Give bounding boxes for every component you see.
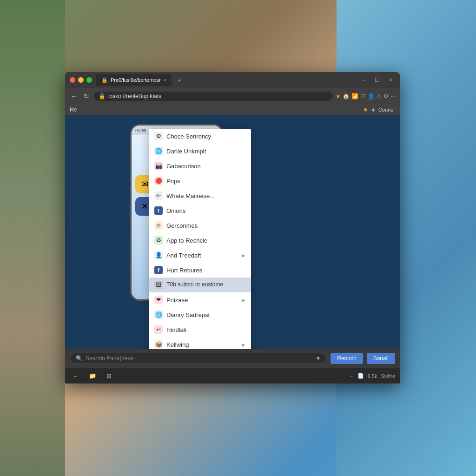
menu-item-kellwing[interactable]: 📦 Kellwing ▶ [149, 337, 251, 349]
bookmark-label: Counor [378, 107, 395, 112]
search-placeholder: Seartrin Paoe(deos [86, 355, 133, 362]
menu-item-gabacurison[interactable]: 📷 Gabacurison [149, 159, 251, 173]
maximize-button[interactable]: ☐ [372, 76, 383, 84]
prips-icon: 🔴 [154, 177, 163, 185]
dropdown-menu: ⚙ Choce Senrency 🌐 Darile Unkmpit 📷 Gaba… [149, 129, 251, 349]
home-icon[interactable]: 🏠 [343, 93, 350, 99]
tab-close-button[interactable]: × [164, 78, 166, 83]
choce-senrency-label: Choce Senrency [166, 133, 245, 140]
menu-item-choce-senrency[interactable]: ⚙ Choce Senrency [149, 129, 251, 144]
menu-item-hindlali[interactable]: ↩ Hindlali [149, 322, 251, 337]
back-button[interactable]: ← [69, 92, 79, 101]
hurt-label: Hurt Rebures [166, 267, 245, 274]
menu-item-dianry-sadrépst[interactable]: 🌐 Dianry Sadrépst [149, 307, 251, 322]
onions-label: Onions [166, 207, 245, 214]
taskbar-file-icon: 📄 [357, 373, 364, 379]
tob-label: T0b suitnol or eustome [166, 281, 245, 289]
tl-close[interactable] [70, 77, 75, 83]
gerconmes-icon: ⊙ [154, 221, 163, 230]
search-dropdown-icon[interactable]: ▼ [315, 355, 321, 362]
prips-label: Prips [166, 178, 245, 185]
rechcle-icon: ♻ [154, 236, 163, 245]
bookmark-star-icon[interactable]: ★ [336, 93, 341, 99]
search-icon: 🔍 [76, 355, 83, 362]
taskbar-folder-icon[interactable]: 📁 [86, 371, 99, 380]
dianry-icon: 🌐 [154, 311, 163, 319]
priizase-icon: ❤ [154, 296, 163, 304]
priizase-arrow: ▶ [242, 298, 245, 303]
menu-item-app-to-rechcle[interactable]: ♻ App to Rechcle [149, 233, 251, 248]
choce-senrency-icon: ⚙ [154, 132, 163, 140]
priizase-label: Priizase [166, 297, 238, 304]
bottom-bar: 🔍 Seartrin Paoe(deos ▼ Renoch Sanall [65, 349, 400, 368]
browser-content: Rules 16'6 Houle 9:01 ✉ 🌐 📱 ✕ 📸 ⚙ Choce … [65, 115, 400, 349]
whate-label: Whate Maiireise... [166, 192, 245, 199]
kellwing-arrow: ▶ [242, 342, 245, 347]
menu-item-whate-maiireise[interactable]: ✏ Whate Maiireise... [149, 188, 251, 203]
treedaft-icon: 👤 [154, 251, 163, 259]
bg-left [0, 0, 65, 476]
menu-item-hurt-rebures[interactable]: f Hurt Rebures [149, 263, 251, 278]
title-bar: 🔒 Pre0/lusl6e/bortemosr × + – ☐ × [65, 72, 400, 88]
hurt-icon: f [154, 266, 163, 274]
tab-label: Pre0/lusl6e/bortemosr [111, 77, 161, 83]
wifi-icon: 📶 [351, 93, 358, 99]
bookmark-star: ★ [363, 106, 368, 113]
menu-item-and-treedaft[interactable]: 👤 And Treedaft ▶ [149, 248, 251, 263]
menu-item-tob-suitno[interactable]: 🖼 T0b suitnol or eustome [149, 278, 251, 292]
tab-bar: 🔒 Pre0/lusl6e/bortemosr × + [96, 74, 356, 86]
tob-icon: 🖼 [154, 281, 163, 289]
address-lock-icon: 🔒 [99, 93, 106, 99]
hindlali-label: Hindlali [166, 326, 245, 333]
taskbar-arrow: → [349, 373, 354, 379]
alert-icon: ⚠ [377, 93, 382, 99]
active-tab[interactable]: 🔒 Pre0/lusl6e/bortemosr × [96, 74, 172, 86]
close-button[interactable]: × [386, 76, 395, 84]
menu-icon[interactable]: ⋯ [390, 93, 396, 99]
taskbar: ← 📁 ⊞ → 📄 6.5k Slvfire [65, 368, 400, 383]
sanall-button[interactable]: Sanall [367, 353, 395, 364]
hindlali-icon: ↩ [154, 325, 163, 334]
shield-icon: 🛡 [360, 93, 366, 99]
header-strip: He ★ 4 Counor [65, 105, 400, 115]
menu-item-priizase[interactable]: ❤ Priizase ▶ [149, 292, 251, 307]
search-bar[interactable]: 🔍 Seartrin Paoe(deos ▼ [70, 353, 327, 364]
taskbar-size: 6.5k [368, 373, 377, 379]
gabacurison-label: Gabacurison [166, 163, 245, 170]
kellwing-icon: 📦 [154, 340, 163, 349]
settings-icon[interactable]: ⚙ [383, 93, 389, 99]
rechcle-label: App to Rechcle [166, 237, 245, 244]
nav-icons: ★ 🏠 📶 🛡 👤 ⚠ ⚙ ⋯ [336, 93, 396, 99]
darile-icon: 🌐 [154, 147, 163, 155]
menu-item-onions[interactable]: f Onions [149, 203, 251, 218]
new-tab-button[interactable]: + [173, 75, 185, 85]
traffic-lights [70, 77, 92, 83]
address-bar[interactable]: 🔒 lcako://reoleBup:kiats [94, 92, 333, 101]
taskbar-mode: Slvfire [381, 373, 395, 379]
menu-item-darile-unkmpit[interactable]: 🌐 Darile Unkmpit [149, 144, 251, 159]
user-icon[interactable]: 👤 [368, 93, 375, 99]
nav-bar: ← ↻ 🔒 lcako://reoleBup:kiats ★ 🏠 📶 🛡 👤 ⚠… [65, 88, 400, 105]
renoch-button[interactable]: Renoch [331, 353, 363, 364]
header-text: He [70, 106, 77, 113]
address-text: lcako://reoleBup:kiats [108, 93, 161, 99]
taskbar-window-icon[interactable]: ⊞ [104, 371, 114, 380]
kellwing-label: Kellwing [166, 341, 238, 348]
tl-minimize[interactable] [78, 77, 84, 83]
menu-item-prips[interactable]: 🔴 Prips [149, 173, 251, 188]
gerconmes-label: Gerconmes [166, 222, 245, 229]
gabacurison-icon: 📷 [154, 162, 163, 170]
bookmark-count: 4 [372, 107, 375, 112]
window-controls: – ☐ × [359, 76, 395, 84]
menu-item-gerconmes[interactable]: ⊙ Gerconmes [149, 218, 251, 233]
onions-icon: f [154, 206, 163, 215]
phone-rules: Rules [135, 128, 146, 132]
dianry-label: Dianry Sadrépst [166, 311, 245, 318]
darile-label: Darile Unkmpit [166, 148, 245, 155]
whate-icon: ✏ [154, 192, 163, 200]
minimize-button[interactable]: – [359, 76, 368, 84]
taskbar-back-button[interactable]: ← [70, 371, 81, 380]
tl-maximize[interactable] [86, 77, 92, 83]
browser-window: 🔒 Pre0/lusl6e/bortemosr × + – ☐ × ← ↻ 🔒 … [65, 72, 400, 383]
refresh-button[interactable]: ↻ [82, 92, 91, 101]
